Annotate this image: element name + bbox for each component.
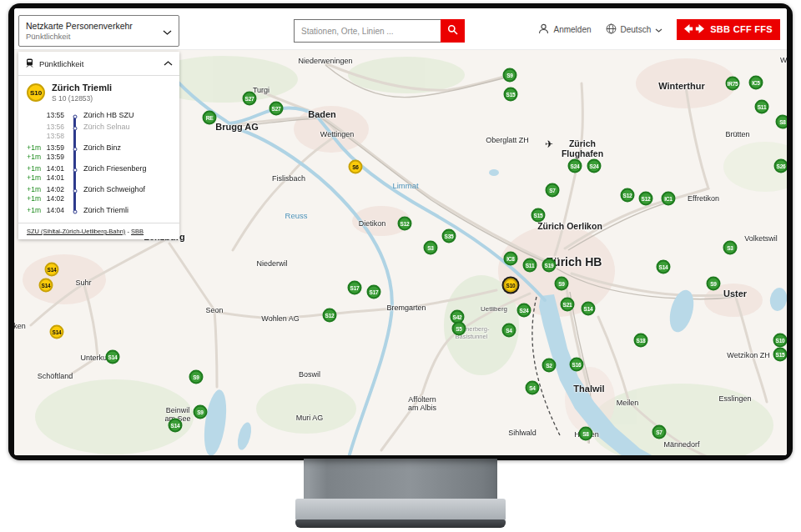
train-badge[interactable]: S12 — [639, 192, 653, 206]
train-badge[interactable]: S21 — [561, 298, 575, 312]
train-badge[interactable]: S5 — [452, 322, 466, 336]
stop-dot — [73, 168, 77, 172]
selected-train-info: S10 Zürich Triemli S 10 (12853) — [18, 76, 179, 108]
train-badge[interactable]: S2 — [542, 359, 557, 373]
train-badge[interactable]: S3 — [723, 241, 738, 255]
train-icon — [25, 56, 34, 71]
train-badge[interactable]: S11 — [523, 258, 537, 273]
stop-dot — [73, 188, 77, 193]
train-badge[interactable]: S9 — [194, 405, 208, 419]
train-badge[interactable]: IR75 — [726, 77, 740, 91]
train-badge[interactable]: S19 — [542, 258, 557, 273]
train-badge[interactable]: S14 — [39, 279, 53, 293]
train-badge[interactable]: S14 — [45, 263, 59, 277]
train-badge[interactable]: S15 — [531, 208, 546, 223]
train-badge[interactable]: S24 — [517, 304, 531, 318]
train-badge[interactable]: S14 — [582, 302, 596, 316]
train-badge[interactable]: RE — [203, 111, 217, 125]
train-badge[interactable]: S14 — [657, 260, 671, 274]
sbb-arrow-icon — [684, 23, 704, 36]
train-number: S 10 (12853) — [52, 94, 112, 103]
search-button[interactable] — [441, 19, 465, 43]
top-bar: Netzkarte Personenverkehr Pünktlichkeit — [14, 8, 787, 50]
train-badge[interactable]: S9 — [707, 277, 721, 291]
panel-title: Pünktlichkeit — [39, 59, 159, 68]
train-badge[interactable]: IC1 — [662, 192, 676, 206]
monitor-stand-base — [295, 499, 506, 520]
train-badge[interactable]: S26 — [774, 159, 788, 173]
screen: ✈ NiederweningenWiesendangenTurgiWintert… — [14, 8, 787, 455]
stop-dot — [73, 126, 77, 130]
train-badge[interactable]: S17 — [348, 281, 362, 295]
page: ✈ NiederweningenWiesendangenTurgiWintert… — [0, 0, 801, 532]
globe-icon — [606, 23, 617, 36]
collapse-panel-button[interactable] — [164, 61, 173, 66]
stop-row[interactable]: 13:5613:58Zürich Selnau — [25, 121, 174, 142]
train-badge[interactable]: S9 — [503, 68, 517, 83]
stop-row[interactable]: +1m14:04Zürich Triemli — [25, 204, 174, 216]
language-selector[interactable]: Deutsch — [606, 23, 663, 36]
train-badge[interactable]: S12 — [323, 309, 337, 323]
stop-row[interactable]: 13:55Zürich HB SZU — [25, 109, 174, 121]
chevron-down-icon — [655, 25, 662, 34]
train-badge[interactable]: S24 — [568, 159, 582, 173]
train-badge[interactable]: S27 — [270, 102, 284, 116]
train-badge[interactable]: S14 — [50, 325, 64, 339]
train-badge[interactable]: S4 — [526, 381, 540, 395]
train-badge[interactable]: S12 — [621, 188, 635, 203]
train-badge[interactable]: S9 — [555, 277, 569, 291]
map-layer-dropdown[interactable]: Netzkarte Personenverkehr Pünktlichkeit — [18, 15, 179, 47]
train-badge[interactable]: IC8 — [504, 252, 518, 266]
sbb-logo: SBB CFF FFS — [677, 19, 780, 40]
train-badge[interactable]: S8 — [776, 115, 788, 129]
train-badge[interactable]: S9 — [189, 370, 204, 384]
stop-dot — [73, 114, 77, 118]
stop-row[interactable]: +1m+1m14:0114:01Zürich Friesenberg — [25, 163, 174, 183]
train-badge[interactable]: S15 — [504, 88, 518, 102]
train-badge[interactable]: S14 — [106, 350, 120, 364]
chevron-down-icon — [163, 23, 172, 38]
user-icon — [538, 23, 549, 36]
train-badge[interactable]: S17 — [367, 285, 381, 299]
train-badge[interactable]: IC5 — [749, 76, 763, 90]
monitor-frame: ✈ NiederweningenWiesendangenTurgiWintert… — [8, 3, 793, 460]
stop-row[interactable]: +1m+1m13:5913:59Zürich Binz — [25, 142, 174, 163]
sbb-link[interactable]: SBB — [131, 228, 144, 235]
train-badge[interactable]: S11 — [755, 100, 769, 114]
train-badge[interactable]: S35 — [442, 229, 456, 243]
stop-row[interactable]: +1m+1m14:0214:02Zürich Schweighof — [25, 183, 174, 204]
sbb-logo-text: SBB CFF FFS — [710, 24, 773, 34]
punctuality-panel: Pünktlichkeit S10 Zürich Triemli S 10 (1… — [18, 52, 179, 239]
train-badge[interactable]: S16 — [570, 358, 584, 372]
train-badge[interactable]: S8 — [579, 427, 593, 441]
panel-footer: SZU (Sihltal-Zürich-Uetliberg-Bahn) - SB… — [18, 223, 179, 239]
monitor-stand-foot — [295, 519, 506, 528]
operator-link[interactable]: SZU (Sihltal-Zürich-Uetliberg-Bahn) — [27, 228, 125, 235]
train-badge[interactable]: S27 — [243, 92, 257, 106]
train-badge[interactable]: S10 — [773, 334, 788, 348]
language-label: Deutsch — [621, 25, 652, 34]
train-badge[interactable]: S24 — [587, 159, 602, 173]
search-icon — [447, 24, 458, 38]
train-badge[interactable]: S7 — [546, 183, 560, 198]
train-badge[interactable]: S4 — [502, 324, 516, 338]
search-input[interactable] — [294, 19, 441, 43]
airport-icon: ✈ — [545, 138, 553, 150]
train-badge[interactable]: S15 — [773, 348, 788, 362]
train-badge[interactable]: S10 — [504, 279, 518, 293]
train-badge[interactable]: S3 — [424, 241, 438, 255]
panel-header: Pünktlichkeit — [18, 52, 179, 76]
login-button[interactable]: Anmelden — [538, 23, 591, 36]
stop-list: 13:55Zürich HB SZU13:5613:58Zürich Selna… — [18, 108, 179, 223]
train-badge[interactable]: S18 — [634, 334, 648, 348]
monitor-stand-neck — [304, 459, 497, 499]
train-badge[interactable]: S12 — [398, 217, 412, 231]
train-badge[interactable]: S14 — [169, 419, 183, 433]
layer-dropdown-subtitle: Pünktlichkeit — [26, 32, 133, 42]
stop-dot — [73, 147, 77, 151]
search-bar — [294, 19, 465, 43]
train-badge[interactable]: S6 — [349, 160, 363, 174]
train-badge[interactable]: S7 — [652, 425, 667, 439]
top-right-nav: Anmelden Deutsch — [538, 8, 780, 50]
login-label: Anmelden — [553, 25, 591, 34]
